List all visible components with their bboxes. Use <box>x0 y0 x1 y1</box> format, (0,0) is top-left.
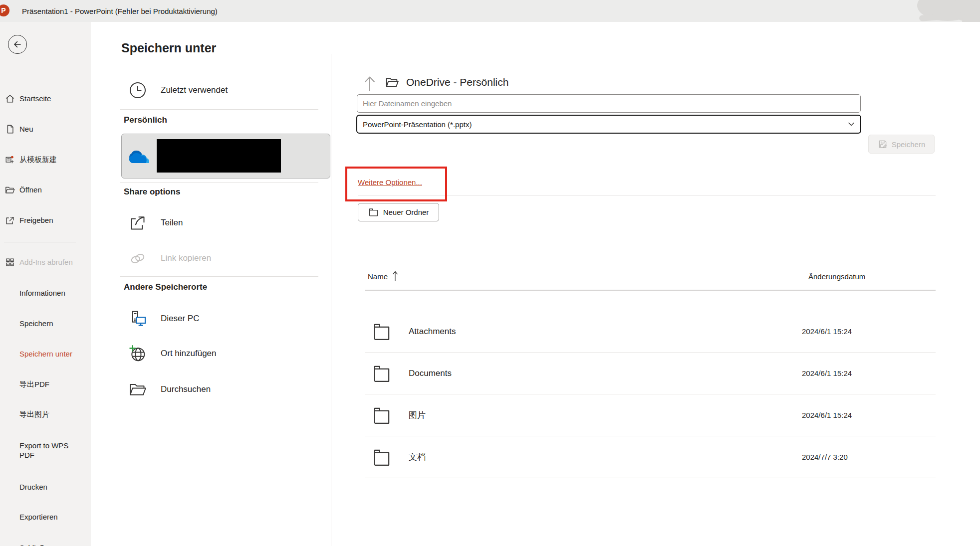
sidebar-item-label: Drucken <box>19 483 47 492</box>
folder-icon <box>372 321 392 343</box>
name-column-header[interactable]: Name <box>368 269 398 283</box>
sidebar-item-home[interactable]: Startseite <box>0 89 91 109</box>
folder-icon <box>372 446 392 468</box>
sidebar-item-save-as[interactable]: Speichern unter <box>0 344 91 364</box>
save-icon <box>878 139 888 149</box>
recent-label: Zuletzt verwendet <box>161 85 228 95</box>
recent-item[interactable]: Zuletzt verwendet <box>121 76 321 104</box>
current-location[interactable]: OneDrive - Persönlich <box>384 75 508 90</box>
sidebar-item-info[interactable]: Informationen <box>0 283 91 303</box>
new-folder-label: Neuer Ordner <box>383 208 429 216</box>
sort-ascending-icon <box>392 270 398 282</box>
sidebar-item-export[interactable]: Exportieren <box>0 507 91 527</box>
file-date: 2024/6/1 15:24 <box>802 369 852 377</box>
browse-folder-icon <box>127 378 149 400</box>
sidebar-item-export-wps[interactable]: Export to WPS PDF <box>0 435 91 467</box>
sidebar-item-export-image[interactable]: 导出图片 <box>0 404 91 424</box>
sidebar-item-label: Speichern unter <box>19 350 72 359</box>
location-folder-icon <box>384 75 400 90</box>
sidebar-item-label: Schließen <box>19 544 53 546</box>
share-item[interactable]: Teilen <box>121 209 321 237</box>
more-options-link[interactable]: Weitere Optionen... <box>358 178 422 186</box>
sidebar-item-new-from-template[interactable]: 从模板新建 <box>0 150 91 170</box>
save-button-label: Speichern <box>892 140 926 149</box>
copy-link-label: Link kopieren <box>161 253 211 263</box>
back-button[interactable] <box>8 35 27 54</box>
filetype-value: PowerPoint-Präsentation (*.pptx) <box>363 120 472 129</box>
link-icon <box>127 247 149 269</box>
sidebar-item-label: Speichern <box>19 319 53 329</box>
back-arrow-icon <box>12 39 22 49</box>
save-button[interactable]: Speichern <box>868 135 935 154</box>
location-label: OneDrive - Persönlich <box>406 76 508 88</box>
sidebar-item-export-pdf[interactable]: 导出PDF <box>0 374 91 394</box>
chevron-down-icon <box>848 122 855 127</box>
share-arrow-icon <box>127 212 149 234</box>
spacer <box>4 542 16 546</box>
sidebar-item-label: Informationen <box>19 289 65 298</box>
file-name: 图片 <box>409 409 426 421</box>
filetype-select[interactable]: PowerPoint-Präsentation (*.pptx) <box>356 115 861 134</box>
spacer <box>4 481 16 493</box>
addins-grid-icon <box>4 256 16 268</box>
browse-item[interactable]: Durchsuchen <box>121 375 321 403</box>
sidebar-item-save[interactable]: Speichern <box>0 314 91 334</box>
sidebar-item-label: Export to WPS PDF <box>19 441 78 460</box>
new-document-icon <box>4 123 16 135</box>
sidebar-item-print[interactable]: Drucken <box>0 477 91 497</box>
onedrive-account-item[interactable] <box>121 134 330 179</box>
folder-icon <box>372 404 392 426</box>
sidebar-item-share[interactable]: Freigeben <box>0 210 91 230</box>
file-row-docs[interactable]: 文档 2024/7/7 3:20 <box>365 436 936 478</box>
spacer <box>4 287 16 299</box>
file-row-pictures[interactable]: 图片 2024/6/1 15:24 <box>365 394 936 436</box>
browse-label: Durchsuchen <box>161 384 211 394</box>
sidebar-divider <box>4 242 76 242</box>
file-name: Attachments <box>409 327 456 337</box>
filename-input[interactable] <box>357 94 861 113</box>
page-title: Speichern unter <box>121 41 216 55</box>
sidebar-item-label: Startseite <box>19 94 51 104</box>
navigate-up-icon[interactable] <box>363 74 377 92</box>
spacer <box>4 511 16 523</box>
sidebar-item-label: Neu <box>19 125 33 134</box>
globe-plus-icon <box>127 343 149 364</box>
onedrive-icon <box>126 147 152 165</box>
copy-link-item[interactable]: Link kopieren <box>121 244 321 272</box>
other-locations-header: Andere Speicherorte <box>124 282 207 292</box>
spacer <box>4 408 16 420</box>
sidebar-item-addins[interactable]: Add-Ins abrufen <box>0 252 91 272</box>
sidebar-item-close[interactable]: Schließen <box>0 538 91 546</box>
sidebar-item-label: Freigeben <box>19 216 53 225</box>
sidebar-item-label: Öffnen <box>19 185 42 195</box>
sidebar-item-label: 从模板新建 <box>19 155 57 165</box>
date-column-header: Änderungsdatum <box>808 269 865 283</box>
file-name: Documents <box>409 368 452 378</box>
file-row-attachments[interactable]: Attachments 2024/6/1 15:24 <box>365 311 936 353</box>
panel-vertical-divider <box>331 54 331 546</box>
add-place-label: Ort hinzufügen <box>161 349 217 359</box>
file-date: 2024/6/1 15:24 <box>802 327 852 336</box>
share-icon <box>4 214 16 226</box>
name-header-label: Name <box>368 272 388 281</box>
add-place-item[interactable]: Ort hinzufügen <box>121 340 321 367</box>
sidebar-item-open[interactable]: Öffnen <box>0 180 91 200</box>
spacer <box>4 445 16 457</box>
new-folder-icon <box>368 207 379 217</box>
this-pc-label: Dieser PC <box>161 314 199 324</box>
list-header-divider <box>365 290 936 291</box>
new-folder-button[interactable]: Neuer Ordner <box>358 203 439 221</box>
sidebar-item-new[interactable]: Neu <box>0 119 91 139</box>
panel-divider <box>120 109 318 110</box>
home-icon <box>4 93 16 105</box>
title-bar: P Präsentation1 - PowerPoint (Fehler bei… <box>0 0 980 22</box>
redacted-account-name <box>157 139 281 173</box>
file-row-documents[interactable]: Documents 2024/6/1 15:24 <box>365 353 936 394</box>
spacer <box>4 378 16 390</box>
file-date: 2024/7/7 3:20 <box>802 453 848 461</box>
spacer <box>4 318 16 330</box>
share-options-header: Share options <box>124 187 180 197</box>
powerpoint-logo-icon: P <box>0 4 9 16</box>
folder-icon <box>372 363 392 384</box>
this-pc-item[interactable]: Dieser PC <box>121 305 321 333</box>
